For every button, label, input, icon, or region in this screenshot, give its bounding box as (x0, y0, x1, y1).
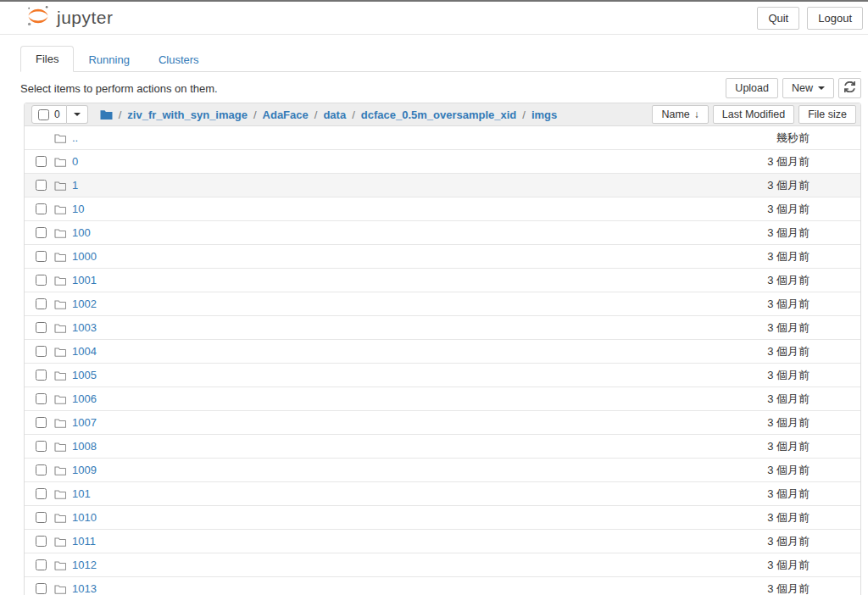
table-row[interactable]: 100 3 個月前 (25, 220, 860, 244)
upload-button[interactable]: Upload (726, 78, 778, 98)
row-checkbox[interactable] (36, 298, 47, 309)
folder-link[interactable]: 1013 (72, 582, 97, 595)
sort-name-button[interactable]: Name ↓ (652, 105, 708, 124)
select-all-checkbox[interactable] (38, 109, 49, 120)
table-row[interactable]: .. 幾秒前 (25, 126, 860, 149)
folder-link[interactable]: 10 (72, 203, 84, 215)
table-row[interactable]: 1007 3 個月前 (25, 410, 860, 434)
row-checkbox[interactable] (36, 203, 47, 214)
folder-link[interactable]: 1006 (72, 392, 97, 405)
select-all-button[interactable]: 0 (31, 105, 67, 124)
row-checkbox[interactable] (36, 512, 47, 523)
row-checkbox[interactable] (36, 156, 47, 167)
selected-count: 0 (54, 108, 60, 120)
table-row[interactable]: 1000 3 個月前 (25, 244, 860, 268)
folder-icon (54, 252, 68, 262)
row-checkbox[interactable] (36, 464, 47, 475)
table-row[interactable]: 1013 3 個月前 (25, 576, 860, 595)
breadcrumb-link[interactable]: data (323, 108, 346, 121)
table-row[interactable]: 1002 3 個月前 (25, 292, 860, 315)
refresh-icon (844, 81, 855, 95)
table-row[interactable]: 1005 3 個月前 (25, 363, 860, 386)
last-modified-text: 3 個月前 (699, 534, 810, 549)
row-checkbox[interactable] (36, 393, 47, 404)
row-checkbox[interactable] (36, 559, 47, 570)
table-row[interactable]: 1006 3 個月前 (25, 386, 860, 410)
row-checkbox[interactable] (36, 417, 47, 428)
folder-link[interactable]: 1005 (72, 369, 97, 381)
last-modified-text: 3 個月前 (699, 487, 810, 502)
table-row[interactable]: 1012 3 個月前 (25, 553, 860, 576)
breadcrumb-link[interactable]: imgs (531, 108, 557, 121)
folder-link[interactable]: 101 (72, 487, 91, 500)
table-row[interactable]: 1008 3 個月前 (25, 434, 860, 458)
folder-link[interactable]: 0 (72, 155, 78, 168)
folder-icon[interactable] (100, 109, 113, 120)
table-row[interactable]: 0 3 個月前 (25, 149, 860, 173)
breadcrumb-link[interactable]: ziv_fr_with_syn_image (127, 108, 248, 121)
row-checkbox[interactable] (36, 488, 47, 499)
jupyter-logo[interactable]: jupyter (25, 3, 114, 32)
folder-icon (54, 157, 68, 167)
folder-link[interactable]: 1008 (72, 440, 97, 453)
breadcrumb-separator: / (352, 108, 355, 121)
folder-link[interactable]: 1011 (72, 535, 96, 548)
row-checkbox[interactable] (36, 322, 47, 333)
select-filter-dropdown[interactable] (67, 105, 88, 124)
table-row[interactable]: 10 3 個月前 (25, 197, 860, 220)
quit-button[interactable]: Quit (757, 7, 799, 30)
row-checkbox[interactable] (36, 227, 47, 238)
table-row[interactable]: 1003 3 個月前 (25, 315, 860, 339)
table-row[interactable]: 101 3 個月前 (25, 481, 860, 505)
tab-clusters[interactable]: Clusters (144, 47, 214, 72)
table-row[interactable]: 1004 3 個月前 (25, 339, 860, 363)
row-checkbox[interactable] (36, 346, 47, 357)
logout-button[interactable]: Logout (807, 7, 863, 30)
folder-link[interactable]: 1010 (72, 511, 97, 524)
row-checkbox[interactable] (36, 441, 47, 452)
sort-last-modified-button[interactable]: Last Modified (713, 105, 794, 124)
row-checkbox[interactable] (36, 583, 47, 594)
table-row[interactable]: 1010 3 個月前 (25, 505, 860, 529)
tab-files[interactable]: Files (20, 46, 74, 72)
folder-link[interactable]: 1002 (72, 298, 97, 310)
arrow-down-icon: ↓ (694, 108, 699, 120)
tab-running[interactable]: Running (74, 47, 143, 72)
app-header: jupyter Quit Logout (0, 2, 868, 35)
last-modified-text: 幾秒前 (699, 131, 810, 146)
row-checkbox[interactable] (36, 180, 47, 191)
breadcrumb-separator: / (253, 108, 257, 121)
breadcrumb-links: ziv_fr_with_syn_image/AdaFace/data/dcfac… (127, 108, 557, 121)
table-row[interactable]: 1 3 個月前 (25, 173, 860, 197)
folder-link[interactable]: 1007 (72, 416, 97, 429)
table-row[interactable]: 1001 3 個月前 (25, 268, 860, 292)
breadcrumb-link[interactable]: AdaFace (263, 108, 309, 121)
folder-link[interactable]: .. (72, 131, 78, 144)
last-modified-text: 3 個月前 (699, 320, 810, 336)
folder-link[interactable]: 1000 (72, 250, 97, 263)
folder-link[interactable]: 1 (72, 179, 78, 192)
row-checkbox[interactable] (36, 536, 47, 547)
last-modified-text: 3 個月前 (699, 463, 810, 478)
folder-link[interactable]: 1009 (72, 464, 97, 476)
folder-link[interactable]: 1003 (72, 321, 97, 334)
table-row[interactable]: 1011 3 個月前 (25, 529, 860, 553)
sort-file-size-button[interactable]: File size (798, 105, 856, 124)
breadcrumb-separator: / (314, 108, 318, 121)
row-checkbox[interactable] (36, 275, 47, 286)
breadcrumb-link[interactable]: dcface_0.5m_oversample_xid (361, 108, 517, 121)
folder-link[interactable]: 1001 (72, 274, 97, 286)
row-checkbox[interactable] (36, 370, 47, 381)
folder-icon (54, 513, 68, 523)
logo-wordmark: jupyter (57, 8, 114, 28)
new-dropdown-button[interactable]: New (782, 78, 834, 98)
folder-link[interactable]: 1012 (72, 559, 97, 571)
row-checkbox[interactable] (36, 251, 47, 262)
folder-link[interactable]: 100 (72, 226, 91, 239)
folder-link[interactable]: 1004 (72, 345, 97, 358)
table-row[interactable]: 1009 3 個月前 (25, 458, 860, 481)
tab-bar: Files Running Clusters (20, 46, 861, 72)
sort-name-label: Name (661, 108, 689, 120)
refresh-button[interactable] (838, 78, 861, 98)
last-modified-text: 3 個月前 (699, 225, 810, 241)
